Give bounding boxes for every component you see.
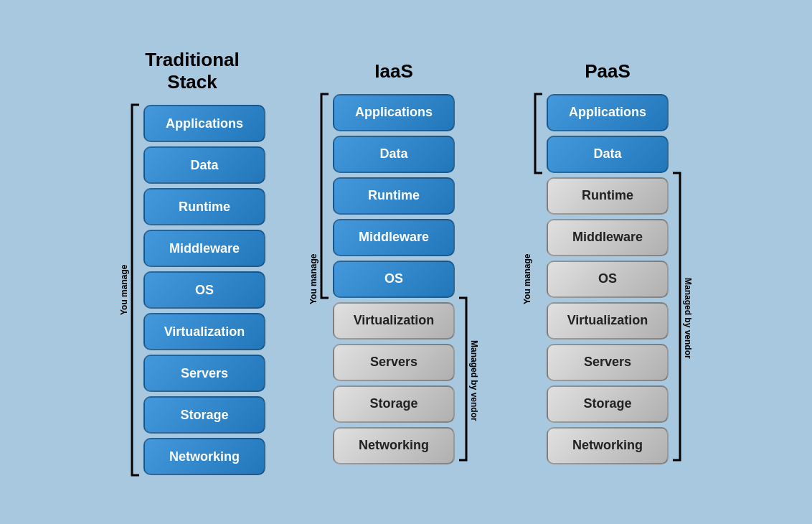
paas-stack-row: You manageApplicationsDataRuntimeMiddlew… [522,94,693,464]
traditional-item-runtime: Runtime [143,188,265,225]
iaas-item-runtime: Runtime [333,177,455,215]
traditional-item-networking: Networking [143,438,265,475]
iaas-item-servers: Servers [333,344,455,381]
iaas-stack-row: You manageApplicationsDataRuntimeMiddlew… [308,94,479,464]
traditional-item-virtualization: Virtualization [143,313,265,350]
traditional-items: ApplicationsDataRuntimeMiddlewareOSVirtu… [143,105,265,475]
paas-item-applications: Applications [547,94,669,131]
iaas-item-networking: Networking [333,427,455,464]
column-traditional: TraditionalStackYou manageApplicationsDa… [119,49,265,475]
traditional-stack-row: You manageApplicationsDataRuntimeMiddlew… [119,105,265,475]
traditional-item-middleware: Middleware [143,230,265,267]
iaas-items: ApplicationsDataRuntimeMiddlewareOSVirtu… [333,94,455,464]
traditional-item-os: OS [143,271,265,309]
paas-item-networking: Networking [547,427,669,464]
paas-right-bracket: Managed by vendor [671,94,693,464]
column-iaas: IaaSYou manageApplicationsDataRuntimeMid… [308,60,479,464]
paas-items: ApplicationsDataRuntimeMiddlewareOSVirtu… [547,94,669,464]
iaas-left-bracket-label: You manage [308,177,318,381]
paas-item-virtualization: Virtualization [547,302,669,340]
iaas-item-storage: Storage [333,385,455,423]
iaas-item-applications: Applications [333,94,455,131]
iaas-title: IaaS [374,60,413,83]
iaas-item-os: OS [333,261,455,298]
traditional-item-data: Data [143,146,265,184]
traditional-left-bracket-label: You manage [119,105,129,475]
traditional-title: TraditionalStack [145,49,239,93]
paas-left-bracket: You manage [522,94,544,464]
iaas-item-virtualization: Virtualization [333,302,455,340]
paas-item-data: Data [547,136,669,173]
iaas-left-bracket: You manage [308,94,330,464]
paas-item-storage: Storage [547,385,669,423]
paas-right-bracket-label: Managed by vendor [683,175,693,462]
paas-item-os: OS [547,261,669,298]
paas-item-runtime: Runtime [547,177,669,215]
iaas-item-data: Data [333,136,455,173]
iaas-right-bracket-label: Managed by vendor [469,300,479,462]
paas-item-servers: Servers [547,344,669,381]
iaas-right-bracket: Managed by vendor [458,94,479,464]
diagram: TraditionalStackYou manageApplicationsDa… [119,49,693,475]
traditional-item-applications: Applications [143,105,265,142]
traditional-left-bracket: You manage [119,105,141,475]
traditional-item-servers: Servers [143,355,265,392]
paas-item-middleware: Middleware [547,219,669,256]
paas-left-bracket-label: You manage [522,240,532,319]
traditional-item-storage: Storage [143,396,265,434]
iaas-item-middleware: Middleware [333,219,455,256]
column-paas: PaaSYou manageApplicationsDataRuntimeMid… [522,60,693,464]
paas-title: PaaS [585,60,631,83]
